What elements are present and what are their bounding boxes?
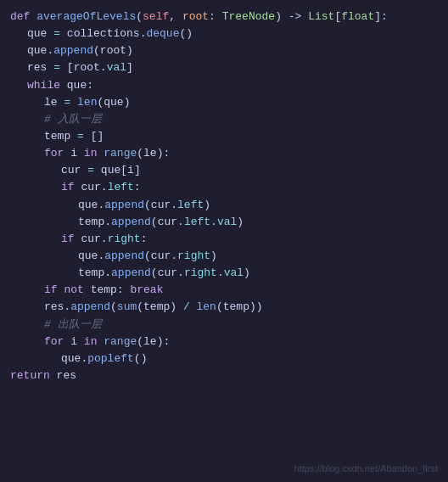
token-var: temp	[78, 265, 104, 282]
token-var: res	[57, 367, 76, 384]
token-var: que	[94, 162, 120, 179]
token-param: root	[182, 8, 209, 25]
token-comment: # 出队一层	[44, 317, 102, 333]
code-line: temp.append(cur.right.val)	[10, 265, 438, 282]
token-punc: ) ->	[275, 8, 308, 25]
token-var: temp	[143, 299, 170, 316]
token-punc: ]	[126, 59, 133, 76]
token-punc: [	[334, 8, 341, 25]
token-op: =	[87, 162, 94, 179]
token-attr: left	[177, 197, 204, 214]
code-line: temp = []	[10, 128, 438, 145]
token-var: cur	[151, 197, 171, 214]
token-var: que	[61, 350, 81, 367]
code-viewer: def averageOfLevels(self, root: TreeNode…	[0, 0, 448, 482]
token-op: /	[183, 299, 190, 316]
code-line: temp.append(cur.left.val)	[10, 214, 438, 231]
token-kw: if	[44, 282, 64, 299]
token-var: res	[27, 59, 53, 76]
code-line: que = collections.deque()	[10, 25, 438, 42]
token-punc: (	[144, 197, 151, 214]
token-kw: return	[10, 367, 57, 384]
token-punc: ):	[157, 333, 171, 350]
token-punc: )	[244, 265, 250, 282]
token-punc: [	[60, 59, 74, 76]
token-punc: (	[137, 299, 143, 316]
token-punc: )	[126, 42, 133, 59]
token-builtin: range	[104, 145, 137, 162]
token-var	[70, 94, 77, 111]
token-kw: if	[61, 231, 81, 248]
token-var: cur	[151, 248, 171, 265]
token-fn: averageOfLevels	[36, 8, 136, 25]
code-line: if cur.left:	[10, 179, 438, 196]
code-line: le = len(que)	[10, 94, 438, 111]
token-var: que	[27, 42, 47, 59]
token-var: que	[104, 94, 123, 111]
code-line: que.append(root)	[10, 42, 438, 59]
token-punc: ()	[179, 25, 193, 42]
token-punc: .	[100, 59, 107, 76]
token-punc: :	[209, 8, 222, 25]
token-method: append	[70, 299, 110, 316]
code-line: if cur.right:	[10, 231, 438, 248]
code-line: # 出队一层	[10, 317, 438, 333]
token-type: TreeNode	[222, 8, 275, 25]
token-punc: )	[124, 94, 131, 111]
token-attr: val	[217, 214, 237, 231]
token-var: cur	[81, 179, 100, 196]
token-attr: left	[108, 179, 134, 196]
token-kw: def	[10, 8, 36, 25]
token-var: que	[78, 248, 98, 265]
token-method: append	[104, 248, 144, 265]
token-method: append	[104, 197, 144, 214]
token-punc: []	[84, 128, 104, 145]
token-attr: val	[107, 59, 126, 76]
token-var: cur	[158, 265, 177, 282]
token-punc: )	[170, 299, 183, 316]
token-builtin: range	[104, 333, 137, 350]
token-var: que	[78, 197, 98, 214]
token-kw: break	[130, 282, 163, 299]
token-punc: (	[110, 299, 117, 316]
token-var: root	[100, 42, 126, 59]
code-line: res.append(sum(temp) / len(temp))	[10, 299, 438, 316]
token-self-kw: self	[143, 8, 169, 25]
token-punc: (	[137, 333, 143, 350]
token-punc: .	[217, 265, 224, 282]
token-punc: .	[171, 248, 177, 265]
code-line: que.append(cur.left)	[10, 197, 438, 214]
code-line: def averageOfLevels(self, root: TreeNode…	[10, 8, 438, 25]
code-line: res = [root.val]	[10, 59, 438, 76]
token-punc: (	[97, 94, 104, 111]
token-var: collections	[60, 25, 140, 42]
token-punc: [	[120, 162, 127, 179]
token-punc: (	[151, 214, 158, 231]
token-builtin: len	[197, 299, 216, 316]
token-kw: if	[61, 179, 81, 196]
token-punc: (	[93, 42, 100, 59]
token-kw: for	[44, 333, 70, 350]
token-attr: val	[224, 265, 244, 282]
watermark: https://blog.csdn.net/Abandon_first	[294, 463, 438, 474]
token-op: =	[53, 59, 60, 76]
token-punc: .	[101, 231, 108, 248]
token-builtin: len	[77, 94, 97, 111]
code-line: for i in range(le):	[10, 145, 438, 162]
token-var: que	[67, 77, 87, 94]
token-comment: # 入队一层	[44, 111, 102, 128]
token-punc: .	[177, 214, 184, 231]
token-var: le	[143, 145, 157, 162]
token-kw: while	[27, 77, 67, 94]
token-punc: .	[104, 214, 111, 231]
code-line: for i in range(le):	[10, 333, 438, 350]
token-punc: .	[98, 197, 104, 214]
token-punc: .	[177, 265, 184, 282]
token-method: append	[111, 265, 151, 282]
code-line: que.popleft()	[10, 350, 438, 367]
token-kw: for	[44, 145, 70, 162]
code-line: # 入队一层	[10, 111, 438, 128]
token-punc: (	[137, 145, 143, 162]
token-punc: )	[237, 214, 244, 231]
token-punc: .	[140, 25, 147, 42]
